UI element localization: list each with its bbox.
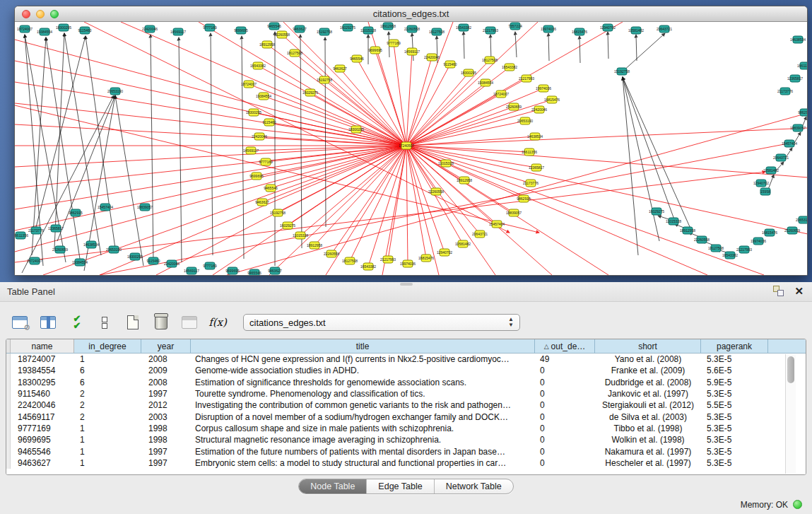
table-row[interactable]: 1456911722003Disruption of a novel membe… — [6, 411, 806, 422]
graph-node[interactable]: 16815476 — [572, 28, 587, 35]
graph-node[interactable]: 25260659 — [52, 246, 68, 253]
graph-node[interactable]: 9777169 — [203, 24, 217, 31]
graph-node[interactable]: 9115460 — [78, 27, 91, 34]
close-panel-icon[interactable]: ✕ — [794, 286, 804, 297]
graph-node[interactable]: 9465546 — [350, 55, 364, 62]
graph-node[interactable]: 19974036 — [400, 260, 416, 267]
graph-node[interactable]: 22420046 — [531, 106, 547, 113]
graph-node[interactable]: 22260558 — [324, 250, 339, 257]
graph-node[interactable]: 14569117 — [404, 48, 420, 55]
tab-network-table[interactable]: Network Table — [435, 479, 513, 493]
graph-node[interactable]: 10581482 — [455, 240, 471, 247]
column-header-in_degree[interactable]: in_degree — [74, 339, 141, 353]
graph-node[interactable]: 18839057 — [137, 204, 153, 211]
graph-node[interactable]: 9862915 — [798, 109, 807, 116]
network-view-window[interactable]: citations_edges.txt 18724007193845541830… — [14, 6, 808, 276]
graph-node[interactable]: 16543382 — [250, 62, 266, 69]
tab-node-table[interactable]: Node Table — [299, 479, 367, 493]
graph-node[interactable]: 12940702 — [753, 180, 769, 187]
zoom-window-icon[interactable] — [50, 10, 59, 18]
graph-node[interactable]: 22260558 — [428, 188, 444, 195]
graph-node[interactable]: 18912958 — [680, 227, 695, 234]
graph-node[interactable]: 12940702 — [437, 249, 452, 256]
graph-node[interactable]: 14569117 — [243, 147, 259, 154]
float-panel-icon[interactable] — [773, 286, 784, 297]
graph-node[interactable]: 14569117 — [184, 267, 199, 274]
graph-node[interactable]: 16029275 — [340, 24, 355, 31]
column-header-year[interactable]: year — [141, 339, 191, 353]
select-all-icon[interactable]: ✔✔ — [66, 313, 86, 332]
graph-node[interactable]: 22420046 — [164, 260, 180, 267]
graph-node[interactable]: 18300295 — [461, 69, 476, 76]
graph-node[interactable]: 15958 — [760, 188, 770, 195]
function-builder-icon[interactable]: f(x) — [208, 313, 228, 332]
graph-node[interactable]: 18300295 — [56, 24, 71, 31]
graph-node[interactable]: 18912958 — [307, 242, 322, 249]
graph-node[interactable]: 9777169 — [203, 262, 217, 269]
graph-node[interactable]: 22260558 — [404, 25, 420, 33]
graph-node[interactable]: 19974036 — [541, 25, 556, 33]
graph-node[interactable]: 10581482 — [628, 27, 644, 34]
column-header-pagerank[interactable]: pagerank — [701, 339, 768, 353]
graph-node[interactable]: 20653190 — [796, 216, 807, 223]
graph-node[interactable]: 21217993 — [380, 256, 396, 263]
graph-node[interactable]: 18724007 — [493, 90, 509, 98]
graph-node[interactable]: 18912958 — [457, 177, 472, 184]
graph-node[interactable]: 9115460 — [262, 119, 276, 126]
graph-node[interactable]: 22260558 — [274, 31, 290, 38]
graph-node[interactable]: 16611356 — [522, 148, 537, 156]
graph-node[interactable]: 19384554 — [72, 259, 88, 266]
graph-node[interactable]: 19384554 — [37, 28, 52, 35]
graph-node[interactable]: 16029275 — [302, 89, 318, 96]
graph-node[interactable]: 18724007 — [27, 257, 42, 264]
graph-node[interactable]: 9463627 — [333, 65, 347, 72]
graph-node[interactable]: 21217993 — [483, 27, 498, 34]
graph-node[interactable]: 15457404 — [489, 221, 505, 228]
graph-node[interactable]: 9699695 — [249, 173, 264, 180]
graph-node[interactable]: 18300295 — [246, 109, 261, 116]
graph-node[interactable]: 12940702 — [600, 24, 616, 31]
graph-node[interactable]: 25260659 — [784, 227, 800, 234]
graph-node[interactable]: 9862915 — [517, 195, 531, 202]
column-header-name[interactable]: name — [11, 339, 74, 353]
graph-node[interactable]: 20643721 — [773, 154, 789, 161]
graph-node[interactable]: 16611356 — [15, 232, 28, 239]
graph-node[interactable]: 9862915 — [69, 209, 83, 216]
splitter-grip[interactable] — [400, 283, 413, 286]
table-row[interactable]: 911546021997Tourette syndrome. Phenomeno… — [6, 388, 806, 399]
graph-node[interactable]: 16815476 — [544, 96, 560, 103]
graph-node[interactable]: 12365817 — [787, 75, 803, 82]
graph-node[interactable]: 19974036 — [751, 238, 766, 245]
graph-node[interactable]: 18912958 — [380, 23, 396, 30]
graph-node[interactable]: 9777169 — [259, 158, 273, 165]
graph-node[interactable]: 14638534 — [790, 36, 806, 43]
table-row[interactable]: 977716911998Corpus callosum shape and si… — [6, 423, 806, 434]
graph-node[interactable]: 25260659 — [506, 103, 522, 110]
graph-node[interactable]: 11015328 — [666, 218, 681, 225]
graph-node[interactable]: 16029275 — [649, 208, 664, 215]
graph-node[interactable]: 22260558 — [694, 236, 710, 243]
graph-node[interactable]: 9699695 — [368, 47, 382, 54]
graph-node[interactable]: 18127508 — [342, 257, 358, 264]
graph-node[interactable]: 21173776 — [777, 88, 793, 95]
create-column-icon[interactable] — [123, 313, 143, 332]
graph-node[interactable]: 9115460 — [443, 61, 457, 68]
graph-node[interactable]: 16611356 — [797, 62, 807, 69]
graph-node[interactable]: 9699695 — [225, 267, 240, 274]
graph-node[interactable]: 9465546 — [267, 23, 281, 30]
graph-node[interactable]: 18839057 — [506, 209, 522, 216]
table-row[interactable]: 2242004622012Investigating the contribut… — [6, 399, 806, 411]
graph-node[interactable]: 20653190 — [107, 88, 123, 95]
table-row[interactable]: 969969511998Structural magnetic resonanc… — [6, 434, 806, 445]
graph-node[interactable]: 16029275 — [280, 222, 295, 229]
graph-node[interactable]: 9777169 — [387, 40, 401, 47]
show-columns-icon[interactable] — [38, 313, 58, 332]
graph-node[interactable]: 16815476 — [762, 229, 777, 236]
graph-node[interactable]: 18724007 — [17, 25, 33, 33]
graph-node[interactable]: 7357224 — [508, 23, 522, 30]
graph-node[interactable]: 19384554 — [256, 93, 271, 100]
table-panel-header[interactable]: Table Panel ✕ — [0, 282, 812, 302]
table-row[interactable]: 1830029562008Estimation of significance … — [6, 377, 806, 388]
table-row[interactable]: 1938455462009Genome-wide association stu… — [6, 365, 806, 376]
column-header-title[interactable]: title — [191, 339, 535, 353]
